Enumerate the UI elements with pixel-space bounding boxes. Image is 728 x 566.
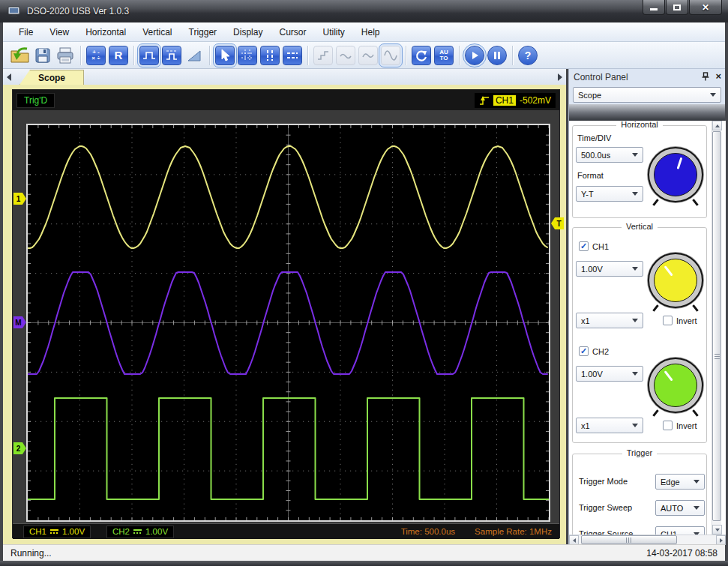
pulse-levels-button[interactable] xyxy=(162,46,181,65)
chevron-down-icon xyxy=(632,267,638,271)
acquisition-status: Running... xyxy=(10,548,52,559)
trigger-sweep-dropdown[interactable]: AUTO xyxy=(655,500,705,516)
menu-horizontal[interactable]: Horizontal xyxy=(77,24,134,40)
time-div-dropdown[interactable]: 500.0us xyxy=(576,147,643,163)
knob-foot xyxy=(652,199,659,206)
control-panel-header: Control Panel × xyxy=(569,69,725,85)
pointer-tool-button[interactable] xyxy=(215,46,235,65)
pulse-view-button[interactable] xyxy=(139,46,159,65)
ch1-enable-checkbox[interactable]: ✓ CH1 xyxy=(579,241,609,251)
ch2-scale-badge[interactable]: CH2 1.00V xyxy=(106,526,174,538)
print-button[interactable] xyxy=(55,46,75,65)
ch2-invert-checkbox[interactable]: ✓ Invert xyxy=(663,421,697,430)
save-floppy-icon xyxy=(34,46,52,64)
auto-setup-button[interactable]: AU TO xyxy=(434,46,454,65)
waveform-display xyxy=(28,125,549,520)
window-bottom-frame xyxy=(0,561,728,566)
close-button[interactable]: ✕ xyxy=(689,0,722,15)
menu-file[interactable]: File xyxy=(10,24,41,40)
pause-button[interactable] xyxy=(487,46,507,65)
ch2-probe-dropdown[interactable]: x1 xyxy=(576,418,643,433)
math-button[interactable]: + - × ÷ xyxy=(86,46,106,65)
menu-cursor[interactable]: Cursor xyxy=(271,24,314,40)
minimize-button[interactable] xyxy=(643,0,665,15)
chevron-down-icon xyxy=(632,319,638,322)
panel-vertical-scrollbar[interactable] xyxy=(712,121,721,535)
horizontal-scroll-thumb[interactable] xyxy=(581,535,677,544)
horizontal-position-knob[interactable] xyxy=(648,147,703,202)
control-panel-content: Horizontal Time/DIV 500.0us Format Y-T V… xyxy=(569,121,726,535)
knob-foot xyxy=(692,199,699,206)
pin-icon[interactable] xyxy=(702,72,709,81)
maximize-button[interactable] xyxy=(666,0,688,15)
trigger-info: CH1 -502mV xyxy=(475,93,556,108)
vertical-cursors-icon xyxy=(263,49,277,62)
arrow-right-icon xyxy=(720,538,723,543)
ramp-button[interactable] xyxy=(184,46,204,65)
menu-vertical[interactable]: Vertical xyxy=(134,24,180,40)
toolbar-separator xyxy=(512,46,513,65)
reference-button[interactable]: R xyxy=(109,46,128,65)
pulse-levels-icon xyxy=(165,49,178,62)
panel-selector-dropdown[interactable]: Scope xyxy=(573,87,721,103)
help-icon: ? xyxy=(525,49,532,61)
ch1-position-marker[interactable]: 1 xyxy=(13,193,26,205)
scroll-down-button[interactable] xyxy=(712,525,722,535)
reference-icon: R xyxy=(115,49,123,61)
math-position-marker[interactable]: M xyxy=(13,316,26,328)
menu-utility[interactable]: Utility xyxy=(314,24,352,40)
vertical-cursors-button[interactable] xyxy=(260,46,280,65)
control-panel: Control Panel × Scope Horizontal Time/DI… xyxy=(568,69,725,544)
tab-scroll-right-button[interactable] xyxy=(554,70,566,84)
chevron-down-icon xyxy=(710,93,716,97)
help-button[interactable]: ? xyxy=(518,46,538,65)
panel-divider-strip xyxy=(569,104,725,121)
acquisition-info: Time: 500.0us Sample Rate: 1MHz xyxy=(401,527,552,536)
menu-trigger[interactable]: Trigger xyxy=(181,24,226,40)
menu-display[interactable]: Display xyxy=(225,24,271,40)
trigger-source-badge: CH1 xyxy=(493,95,516,106)
tab-scroll-left-button[interactable] xyxy=(3,70,15,84)
refresh-button[interactable] xyxy=(412,46,431,65)
trigger-sweep-label: Trigger Sweep xyxy=(579,503,632,512)
run-button[interactable] xyxy=(465,46,484,65)
ch2-enable-checkbox[interactable]: ✓ CH2 xyxy=(579,346,609,356)
chevron-left-icon xyxy=(7,73,11,81)
vertical-group: Vertical ✓ CH1 1.00V x1 ✓ xyxy=(572,227,707,443)
ch1-scale-dropdown[interactable]: 1.00V xyxy=(576,261,643,277)
ch1-position-knob[interactable] xyxy=(648,253,703,308)
close-icon: ✕ xyxy=(702,2,709,13)
toolbar-separator xyxy=(307,46,308,65)
trigger-level-value: -502mV xyxy=(520,95,551,106)
grid-icon xyxy=(241,49,254,62)
ch1-invert-checkbox[interactable]: ✓ Invert xyxy=(663,316,697,325)
play-icon xyxy=(468,49,481,62)
menu-view[interactable]: View xyxy=(41,24,77,40)
arrow-left-icon xyxy=(573,538,576,543)
tab-scope[interactable]: Scope xyxy=(19,70,84,85)
trigger-source-dropdown[interactable]: CH1 xyxy=(655,526,705,535)
trigger-mode-dropdown[interactable]: Edge xyxy=(655,474,705,490)
smooth-interpolation-button xyxy=(358,46,378,65)
checkmark-icon: ✓ xyxy=(580,347,587,355)
grid-tool-button[interactable] xyxy=(238,46,257,65)
vertical-scroll-thumb[interactable] xyxy=(712,131,721,521)
window-title: DSO-2020 USB Ver 1.0.3 xyxy=(27,6,129,16)
ch1-scale-badge[interactable]: CH1 1.00V xyxy=(23,526,91,538)
horizontal-cursors-button[interactable] xyxy=(283,46,302,65)
menu-help[interactable]: Help xyxy=(353,24,388,40)
refresh-icon xyxy=(415,49,428,62)
ch2-position-marker[interactable]: 2 xyxy=(13,442,26,454)
scroll-up-button[interactable] xyxy=(712,121,722,130)
save-button[interactable] xyxy=(33,46,52,65)
smooth-wave-icon xyxy=(339,49,352,62)
trigger-source-label: Trigger Source xyxy=(579,529,633,535)
trigger-level-marker[interactable]: T xyxy=(551,217,564,229)
ch2-scale-dropdown[interactable]: 1.00V xyxy=(576,366,643,382)
open-button[interactable] xyxy=(10,46,30,65)
control-panel-close-icon[interactable]: × xyxy=(715,71,721,81)
panel-horizontal-scrollbar[interactable] xyxy=(569,535,726,544)
ch2-position-knob[interactable] xyxy=(648,358,703,413)
ch1-probe-dropdown[interactable]: x1 xyxy=(576,313,643,328)
format-dropdown[interactable]: Y-T xyxy=(576,186,643,202)
